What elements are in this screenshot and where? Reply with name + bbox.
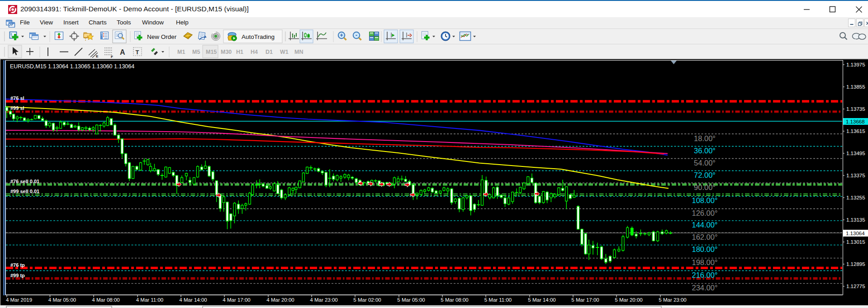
svg-text:180.00°: 180.00°: [692, 245, 717, 253]
svg-text:234.00°: 234.00°: [692, 284, 717, 292]
svg-text:1.13015: 1.13015: [846, 239, 865, 245]
svg-text:New Order: New Order: [147, 33, 177, 40]
svg-text:144.00°: 144.00°: [692, 221, 717, 229]
svg-text:#99 sell 0.01: #99 sell 0.01: [10, 189, 39, 194]
svg-text:162.00°: 162.00°: [692, 233, 717, 241]
svg-text:AutoTrading: AutoTrading: [242, 33, 275, 40]
svg-text:54.00°: 54.00°: [694, 159, 716, 167]
svg-text:4 Mar 23:00: 4 Mar 23:00: [310, 297, 337, 303]
svg-text:F: F: [111, 55, 113, 59]
svg-text:T: T: [136, 49, 139, 56]
svg-text:#99 tp: #99 tp: [10, 273, 25, 278]
svg-text:1.12775: 1.12775: [846, 284, 865, 289]
svg-text:216.00°: 216.00°: [692, 271, 717, 279]
svg-text:H1: H1: [236, 49, 243, 55]
svg-text:5 Mar 08:00: 5 Mar 08:00: [441, 297, 468, 303]
svg-text:MN: MN: [294, 49, 303, 55]
svg-text:5 Mar 05:00: 5 Mar 05:00: [397, 297, 425, 303]
svg-text:1.13615: 1.13615: [846, 128, 865, 134]
svg-text:90.00°: 90.00°: [694, 183, 716, 191]
svg-text:E: E: [96, 54, 99, 58]
svg-text:72.00°: 72.00°: [694, 171, 716, 179]
svg-text:5 Mar 11:00: 5 Mar 11:00: [484, 297, 512, 303]
svg-text:36.00°: 36.00°: [694, 147, 716, 155]
svg-text:W1: W1: [280, 49, 289, 55]
svg-text:1.13495: 1.13495: [846, 151, 865, 156]
svg-text:5 Mar 02:00: 5 Mar 02:00: [353, 297, 381, 303]
svg-text:#99 sl: #99 sl: [10, 105, 24, 111]
svg-text:4 Mar 05:00: 4 Mar 05:00: [48, 297, 76, 303]
svg-text:H4: H4: [251, 49, 258, 55]
svg-text:1.13975: 1.13975: [846, 62, 865, 67]
svg-text:1.13135: 1.13135: [846, 217, 865, 223]
svg-text:108.00°: 108.00°: [692, 196, 717, 204]
svg-text:1.13735: 1.13735: [846, 106, 865, 112]
svg-text:198.00°: 198.00°: [692, 258, 717, 266]
svg-text:#76 sl: #76 sl: [10, 95, 24, 101]
svg-text:+: +: [340, 32, 343, 38]
svg-text:5 Mar 17:00: 5 Mar 17:00: [571, 297, 599, 303]
svg-text:M1: M1: [177, 49, 185, 55]
svg-text:A: A: [120, 48, 125, 56]
svg-text:5 Mar 23:00: 5 Mar 23:00: [659, 297, 686, 303]
svg-text:-: -: [356, 32, 357, 38]
svg-text:126.00°: 126.00°: [692, 209, 717, 217]
svg-text:1.13668: 1.13668: [846, 119, 865, 124]
svg-text:M5: M5: [192, 49, 200, 55]
svg-text:5 Mar 14:00: 5 Mar 14:00: [528, 297, 555, 303]
svg-text:4 Mar 08:00: 4 Mar 08:00: [92, 297, 119, 303]
svg-text:1.13855: 1.13855: [846, 84, 865, 90]
svg-text:1.13375: 1.13375: [846, 173, 865, 178]
svg-text:#76 tp: #76 tp: [10, 262, 25, 268]
svg-text:4 Mar 11:00: 4 Mar 11:00: [136, 297, 164, 303]
svg-text:M15: M15: [206, 49, 217, 55]
svg-text:1.13064: 1.13064: [846, 231, 865, 236]
svg-text:4 Mar 17:00: 4 Mar 17:00: [223, 297, 250, 303]
svg-text:#76 sell 0.01: #76 sell 0.01: [10, 179, 39, 184]
svg-text:4 Mar 20:00: 4 Mar 20:00: [266, 297, 294, 303]
svg-text:4 Mar 2019: 4 Mar 2019: [6, 297, 32, 303]
svg-text:1.13255: 1.13255: [846, 195, 865, 200]
svg-text:18.00°: 18.00°: [694, 134, 716, 142]
svg-text:M30: M30: [221, 49, 232, 55]
svg-text:D1: D1: [266, 49, 273, 55]
svg-text:4 Mar 14:00: 4 Mar 14:00: [179, 297, 207, 303]
svg-text:EURUSD,M15 1.13064 1.13065 1.: EURUSD,M15 1.13064 1.13065 1.13060 1.130…: [10, 63, 134, 70]
svg-text:5 Mar 20:00: 5 Mar 20:00: [615, 297, 642, 303]
svg-text:1.12895: 1.12895: [846, 261, 865, 267]
